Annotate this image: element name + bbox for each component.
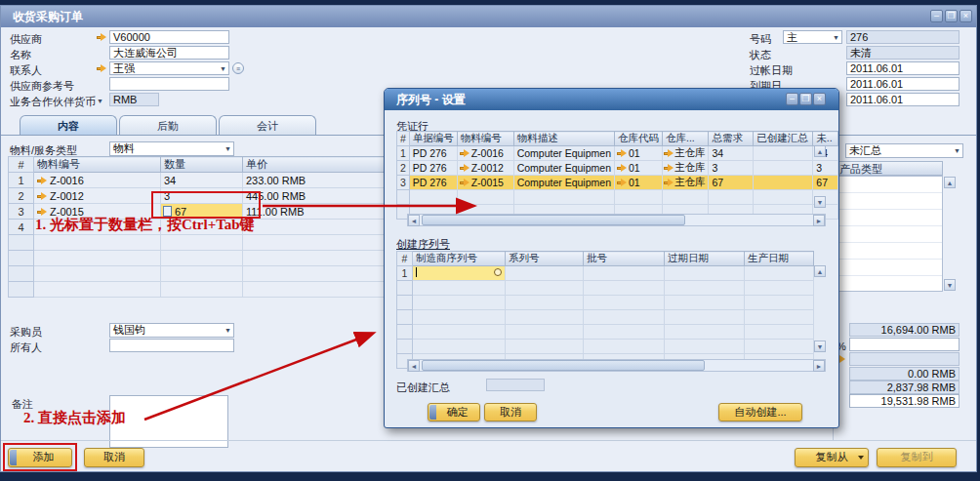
- link-arrow-icon[interactable]: [37, 192, 48, 201]
- row-number[interactable]: 2: [9, 188, 34, 204]
- row-number[interactable]: [397, 296, 413, 310]
- contact-list-icon[interactable]: ≡: [232, 62, 244, 74]
- vendor-ref-field[interactable]: [109, 77, 229, 91]
- contact-combo[interactable]: 王强▼: [109, 61, 229, 75]
- scroll-down-button[interactable]: ▼: [814, 196, 826, 208]
- link-arrow-icon[interactable]: [460, 179, 470, 187]
- ok-button[interactable]: 确定: [428, 403, 480, 421]
- expiry-date-cell[interactable]: [665, 266, 745, 281]
- scroll-down-button[interactable]: ▼: [814, 341, 826, 352]
- row-number[interactable]: [397, 325, 413, 340]
- restore-button[interactable]: ❐: [945, 10, 958, 22]
- link-arrow-icon[interactable]: [664, 164, 674, 173]
- dialog-minimize-button[interactable]: –: [786, 93, 798, 105]
- summary-type-combo[interactable]: 未汇总▼: [845, 143, 963, 158]
- quantity-cell[interactable]: 34: [161, 173, 243, 188]
- tab-logistics[interactable]: 后勤: [119, 115, 217, 136]
- mfg-date-cell[interactable]: [745, 266, 814, 281]
- scroll-up-button[interactable]: ▲: [814, 265, 826, 277]
- chevron-down-icon[interactable]: ▼: [97, 98, 103, 105]
- batch-no-cell[interactable]: [584, 266, 665, 281]
- scroll-up-button[interactable]: ▲: [814, 145, 826, 157]
- link-arrow-icon[interactable]: [460, 149, 470, 158]
- link-arrow-icon[interactable]: [37, 177, 48, 185]
- row-number[interactable]: 3: [397, 176, 410, 190]
- unit-price-cell[interactable]: 445.00 RMB: [243, 188, 385, 204]
- col-header[interactable]: 批号: [584, 252, 665, 266]
- unit-price-cell[interactable]: [243, 220, 385, 235]
- tab-accounting[interactable]: 会计: [219, 115, 316, 136]
- col-header[interactable]: 制造商序列号: [413, 252, 506, 266]
- link-arrow-icon[interactable]: [617, 164, 628, 173]
- link-arrow-icon[interactable]: [460, 164, 470, 173]
- row-number[interactable]: [397, 281, 413, 296]
- dialog-restore-button[interactable]: ❐: [799, 93, 812, 105]
- product-type-header[interactable]: 产品类型: [836, 161, 943, 176]
- owner-field[interactable]: [109, 339, 234, 352]
- col-header-num[interactable]: #: [9, 157, 34, 173]
- minimize-button[interactable]: –: [930, 10, 943, 22]
- name-field[interactable]: 大连威海公司: [109, 46, 229, 60]
- col-header[interactable]: 单据编号: [409, 132, 457, 146]
- copy-from-button[interactable]: 复制从: [795, 448, 869, 467]
- scroll-right-button[interactable]: ►: [813, 360, 825, 372]
- buyer-combo[interactable]: 钱国钧▼: [109, 323, 234, 338]
- row-number[interactable]: [397, 310, 413, 325]
- auto-create-button[interactable]: 自动创建...: [718, 403, 802, 421]
- serial-no-cell[interactable]: [506, 266, 584, 281]
- unit-price-cell[interactable]: 111.00 RMB: [243, 204, 385, 220]
- row-number[interactable]: [9, 251, 34, 266]
- tab-contents[interactable]: 内容: [20, 115, 117, 136]
- link-arrow-icon[interactable]: [664, 149, 674, 158]
- posting-date-field[interactable]: 2011.06.01: [846, 61, 960, 75]
- col-header-item-no[interactable]: 物料编号: [34, 157, 161, 173]
- row-number[interactable]: 1: [397, 266, 413, 281]
- row-number[interactable]: 1: [9, 173, 34, 188]
- number-series-combo[interactable]: 主▼: [783, 30, 842, 44]
- row-number[interactable]: 3: [9, 204, 34, 220]
- row-number[interactable]: [397, 190, 410, 205]
- item-no-cell[interactable]: Z-0012: [34, 188, 161, 204]
- scroll-down-button[interactable]: ▼: [944, 279, 956, 291]
- row-number[interactable]: [397, 340, 413, 354]
- due-date-field[interactable]: 2011.06.01: [846, 77, 960, 91]
- discount-percent-field[interactable]: [849, 338, 960, 351]
- link-arrow-icon[interactable]: [97, 33, 107, 42]
- row-number[interactable]: [9, 235, 34, 251]
- bp-currency-label[interactable]: 业务合作伙伴货币: [10, 95, 96, 109]
- col-header[interactable]: 未..: [813, 132, 838, 146]
- scrollbar-thumb[interactable]: [422, 215, 685, 225]
- col-header[interactable]: 仓库代码: [614, 132, 662, 146]
- h-scrollbar[interactable]: ◄ ►: [407, 214, 826, 226]
- doc-date-field[interactable]: 2011.06.01: [846, 93, 960, 106]
- col-header[interactable]: 仓库...: [662, 132, 709, 146]
- scrollbar-thumb[interactable]: [422, 360, 705, 371]
- scroll-up-button[interactable]: ▲: [944, 177, 956, 188]
- col-header[interactable]: 物料编号: [457, 132, 513, 146]
- link-arrow-icon[interactable]: [617, 179, 628, 187]
- row-number[interactable]: [9, 266, 34, 282]
- link-arrow-icon[interactable]: [664, 179, 674, 187]
- link-arrow-icon[interactable]: [97, 64, 107, 73]
- col-header-quantity[interactable]: 数量: [161, 157, 243, 173]
- scroll-right-button[interactable]: ►: [813, 215, 825, 226]
- row-number[interactable]: 2: [397, 161, 410, 176]
- vendor-field[interactable]: V60000: [109, 30, 229, 44]
- col-header[interactable]: 总需求: [709, 132, 754, 146]
- dialog-close-button[interactable]: ×: [813, 93, 826, 105]
- link-arrow-icon[interactable]: [617, 149, 628, 158]
- unit-price-cell[interactable]: 233.00 RMB: [243, 173, 385, 188]
- dialog-cancel-button[interactable]: 取消: [484, 403, 537, 421]
- h-scrollbar[interactable]: ◄ ►: [407, 359, 826, 372]
- item-no-cell[interactable]: Z-0016: [34, 173, 161, 188]
- row-number[interactable]: 4: [9, 220, 34, 235]
- close-button[interactable]: ×: [960, 10, 972, 22]
- col-header[interactable]: 过期日期: [665, 252, 745, 266]
- scroll-left-button[interactable]: ◄: [408, 215, 420, 226]
- col-header-unit-price[interactable]: 单价: [243, 157, 385, 173]
- row-number[interactable]: 1: [397, 146, 410, 161]
- mfr-serial-cell-active[interactable]: [413, 266, 506, 281]
- cancel-button[interactable]: 取消: [84, 448, 144, 467]
- col-header[interactable]: 物料描述: [513, 132, 614, 146]
- scroll-left-button[interactable]: ◄: [408, 360, 420, 372]
